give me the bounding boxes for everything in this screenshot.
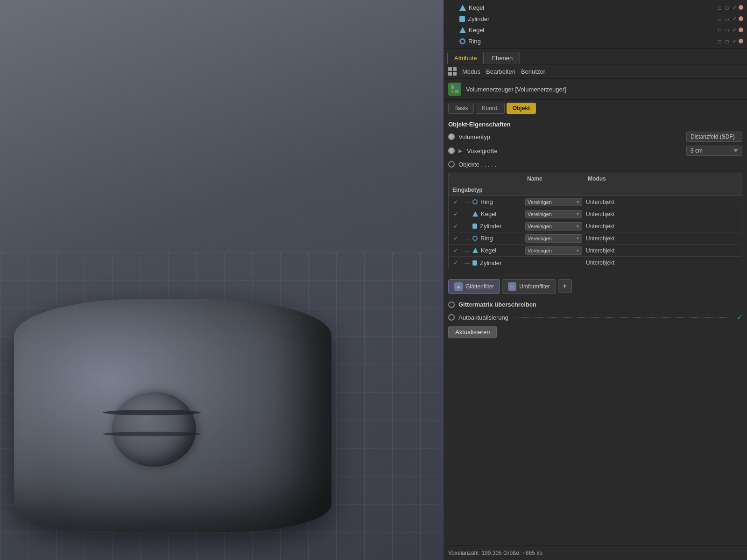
outliner-icons-3: ◻ ◻ ✓ xyxy=(716,27,743,33)
subtab-koord[interactable]: Koord. xyxy=(476,103,504,114)
vis-restrict-1: ◻ xyxy=(716,4,723,11)
table-row-kegel-2[interactable]: ✓ — Kegel Vereinigen ▼ Unterobjekt xyxy=(449,245,742,257)
mode-ring-1[interactable]: Vereinigen ▼ xyxy=(523,197,584,207)
table-row-ring-1[interactable]: ✓ — Ring Vereinigen ▼ Unterobjekt xyxy=(449,196,742,208)
label-autoaktualisierung: Autoaktualisierung xyxy=(458,314,508,321)
outliner-name-ring: Ring xyxy=(468,38,713,45)
table-row-zylinder-2[interactable]: ✓ — Zylinder Unterobjekt xyxy=(449,257,742,269)
cylinder-row-icon-1 xyxy=(472,224,477,229)
mode-kegel-2[interactable]: Vereinigen ▼ xyxy=(523,245,584,256)
subtab-basis[interactable]: Basis xyxy=(448,103,474,114)
label-ring-1: Ring xyxy=(480,198,493,205)
glaettenfilter-button[interactable]: Glättenfilter xyxy=(448,279,500,294)
name-kegel-2: — Kegel xyxy=(463,247,523,254)
cone-row-icon-1 xyxy=(472,211,478,217)
grid-icon-container xyxy=(448,67,457,76)
aktualisieren-button[interactable]: Aktualisieren xyxy=(448,326,497,338)
dash-kegel-1: — xyxy=(465,211,470,217)
outliner-row-ring[interactable]: Ring ◻ ◻ ✓ xyxy=(444,35,747,47)
autoaktualisierung-row: Autoaktualisierung ✓ xyxy=(444,311,747,324)
table-row-kegel-1[interactable]: ✓ — Kegel Vereinigen ▼ Unterobjekt xyxy=(449,208,742,220)
object-title: Volumenerzeuger [Volumenerzeuger] xyxy=(466,86,566,93)
vis-check-1: ✓ xyxy=(731,4,738,11)
volume-generator-icon xyxy=(451,85,459,93)
toolbar-modus[interactable]: Modus xyxy=(462,68,480,75)
radio-gittermatrix[interactable] xyxy=(448,301,455,308)
value-volumentyp[interactable]: Distanzfeld (SDF) xyxy=(686,132,742,142)
properties-panel: Kegel ◻ ◻ ✓ Zylinder ◻ ◻ ✓ Kegel xyxy=(444,0,747,560)
col-header-name: Name xyxy=(523,173,584,184)
check-ring-1[interactable]: ✓ xyxy=(449,199,463,205)
eingabe-zylinder-1: Unterobjekt xyxy=(584,223,742,230)
check-zylinder-1[interactable]: ✓ xyxy=(449,223,463,230)
autoaktualisierung-check: ✓ xyxy=(737,314,742,321)
check-ring-2[interactable]: ✓ xyxy=(449,235,463,242)
subtab-objekt[interactable]: Objekt xyxy=(507,103,536,114)
filter-add-button[interactable]: + xyxy=(558,279,572,293)
spinner-icon xyxy=(733,149,738,152)
tab-ebenen[interactable]: Ebenen xyxy=(485,52,520,64)
vis-check-2: ✓ xyxy=(731,15,738,22)
mode-text-ring-2: Vereinigen xyxy=(528,236,576,241)
outliner-icons-4: ◻ ◻ ✓ xyxy=(716,38,743,44)
radio-volumentyp[interactable] xyxy=(448,133,455,140)
tab-attribute[interactable]: Attribute xyxy=(447,52,484,64)
section-title-objekt-eigenschaften: Objekt-Eigenschaften xyxy=(444,117,747,130)
cone-icon-2 xyxy=(459,27,466,33)
eingabe-kegel-2: Unterobjekt xyxy=(584,247,742,254)
prop-objekte: Objekte . . . . . xyxy=(444,158,747,171)
value-voxelgroesse[interactable]: 3 cm xyxy=(686,146,742,156)
table-row-zylinder-1[interactable]: ✓ — Zylinder Vereinigen ▼ Unterobjekt xyxy=(449,220,742,232)
3d-viewport[interactable] xyxy=(0,0,444,560)
svg-rect-1 xyxy=(455,85,458,89)
mode-zylinder-2 xyxy=(523,262,584,264)
outliner-row-kegel-1[interactable]: Kegel ◻ ◻ ✓ xyxy=(444,2,747,13)
vis-restrict-4: ◻ xyxy=(716,38,723,44)
mode-ring-2[interactable]: Vereinigen ▼ xyxy=(523,233,584,244)
radio-objekte[interactable] xyxy=(448,161,455,168)
check-zylinder-2[interactable]: ✓ xyxy=(449,259,463,266)
toolbar-benutzer[interactable]: Benutzer xyxy=(521,68,545,75)
vis-render-3: ◻ xyxy=(724,27,730,33)
sub-tabs: Basis Koord. Objekt xyxy=(444,100,747,117)
table-row-ring-2[interactable]: ✓ — Ring Vereinigen ▼ Unterobjekt xyxy=(449,232,742,245)
outliner-icons-2: ◻ ◻ ✓ xyxy=(716,15,743,22)
outliner-row-kegel-2[interactable]: Kegel ◻ ◻ ✓ xyxy=(444,24,747,35)
status-bar: Voxelanzahl: 199.305 Größe: ~665 kb xyxy=(444,546,747,560)
3d-groove-1 xyxy=(103,410,201,415)
cone-row-icon-2 xyxy=(472,248,478,253)
outliner-name-zylinder: Zylinder xyxy=(468,15,713,22)
object-header: Volumenerzeuger [Volumenerzeuger] xyxy=(444,79,747,100)
mode-kegel-1[interactable]: Vereinigen ▼ xyxy=(523,209,584,219)
dash-kegel-2: — xyxy=(465,248,470,253)
vis-check-4: ✓ xyxy=(731,38,738,44)
mode-zylinder-1[interactable]: Vereinigen ▼ xyxy=(523,221,584,231)
radio-voxelgroesse[interactable] xyxy=(448,147,455,154)
dash-ring-1: — xyxy=(465,199,470,205)
label-zylinder-2: Zylinder xyxy=(480,259,501,266)
outliner-icons-1: ◻ ◻ ✓ xyxy=(716,4,743,11)
check-kegel-1[interactable]: ✓ xyxy=(449,211,463,217)
vis-render-2: ◻ xyxy=(724,15,730,22)
umformfilter-label: Umformfilter xyxy=(519,283,550,290)
gittermatrix-row: Gittermatrix überschreiben xyxy=(444,298,747,311)
name-ring-1: — Ring xyxy=(463,198,523,205)
outliner-row-zylinder[interactable]: Zylinder ◻ ◻ ✓ xyxy=(444,13,747,24)
toolbar-bearbeiten[interactable]: Bearbeiten xyxy=(486,68,515,75)
dropdown-arrow-3: ▼ xyxy=(576,224,580,229)
radio-autoaktualisierung[interactable] xyxy=(448,314,455,321)
3d-object-flange xyxy=(112,392,196,467)
mode-text-kegel-2: Vereinigen xyxy=(528,248,576,253)
outliner-name-kegel-2: Kegel xyxy=(469,27,713,34)
mode-text-ring-1: Vereinigen xyxy=(528,199,576,205)
check-kegel-2[interactable]: ✓ xyxy=(449,247,463,254)
label-kegel-1: Kegel xyxy=(481,210,496,217)
name-ring-2: — Ring xyxy=(463,235,523,242)
umformfilter-button[interactable]: Umformfilter xyxy=(502,279,556,294)
prop-voxelgroesse: ▶ Voxelgröße 3 cm xyxy=(444,144,747,158)
dot-orange-2 xyxy=(739,16,743,21)
dropdown-arrow-2: ▼ xyxy=(576,212,580,217)
filter-bar: Glättenfilter Umformfilter + xyxy=(444,275,747,298)
object-table: Name Modus Eingabetyp ✓ — Ring Vereinige… xyxy=(448,173,742,269)
torus-row-icon-2 xyxy=(472,236,478,241)
